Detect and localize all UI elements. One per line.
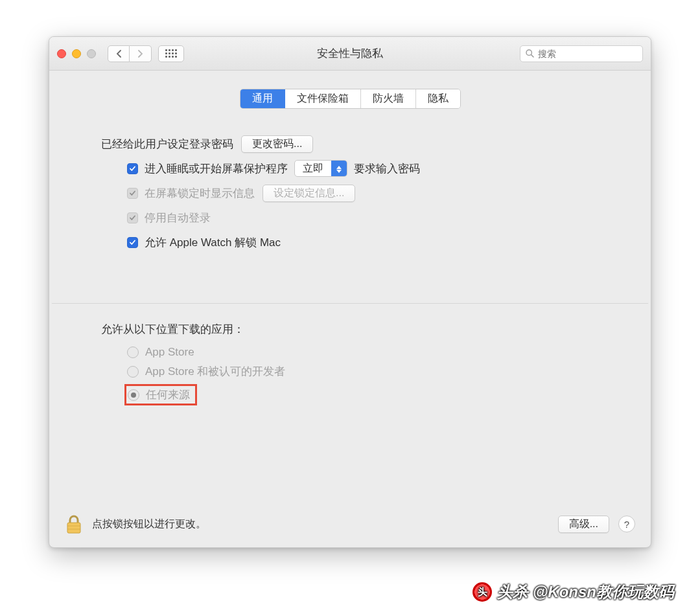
window-controls bbox=[57, 49, 96, 58]
change-password-button[interactable]: 更改密码... bbox=[241, 135, 313, 153]
login-password-label: 已经给此用户设定登录密码 bbox=[101, 137, 233, 152]
watermark-text: 头杀 @Konsn教你玩数码 bbox=[497, 582, 674, 602]
lock-icon[interactable] bbox=[65, 514, 83, 534]
search-input[interactable] bbox=[538, 49, 651, 59]
radio-appstore[interactable] bbox=[127, 347, 139, 358]
preferences-window: 安全性与隐私 通用 文件保险箱 防火墙 隐私 已经给此用户设定登录密码 更改密码… bbox=[49, 36, 651, 548]
advanced-button[interactable]: 高级... bbox=[558, 516, 609, 533]
svg-line-1 bbox=[531, 55, 534, 58]
show-lock-message-checkbox[interactable] bbox=[127, 188, 138, 199]
show-lock-message-label: 在屏幕锁定时显示信息 bbox=[145, 186, 255, 201]
chevron-right-icon bbox=[137, 50, 143, 58]
disable-autologin-checkbox[interactable] bbox=[127, 212, 138, 223]
nav-buttons bbox=[108, 45, 152, 62]
svg-rect-2 bbox=[67, 523, 80, 533]
forward-button[interactable] bbox=[130, 45, 152, 62]
radio-identified-label: App Store 和被认可的开发者 bbox=[145, 364, 285, 379]
search-icon bbox=[526, 49, 534, 58]
password-delay-value: 立即 bbox=[295, 161, 331, 176]
general-section: 已经给此用户设定登录密码 更改密码... 进入睡眠或开始屏幕保护程序 立即 要求… bbox=[49, 109, 651, 258]
checkmark-icon bbox=[129, 239, 136, 246]
radio-anywhere[interactable] bbox=[128, 389, 139, 401]
tab-filevault[interactable]: 文件保险箱 bbox=[285, 89, 361, 108]
disable-autologin-label: 停用自动登录 bbox=[145, 210, 211, 225]
radio-appstore-label: App Store bbox=[145, 346, 194, 359]
watermark-logo-icon: 头 bbox=[472, 582, 492, 602]
zoom-window-button[interactable] bbox=[87, 49, 96, 58]
tab-privacy[interactable]: 隐私 bbox=[416, 89, 460, 108]
password-delay-select[interactable]: 立即 bbox=[294, 160, 347, 177]
gatekeeper-heading: 允许从以下位置下载的应用： bbox=[101, 322, 599, 337]
tab-firewall[interactable]: 防火墙 bbox=[361, 89, 416, 108]
radio-anywhere-label: 任何来源 bbox=[146, 387, 190, 402]
allow-watch-checkbox[interactable] bbox=[127, 237, 138, 248]
lock-text: 点按锁按钮以进行更改。 bbox=[92, 517, 206, 531]
back-button[interactable] bbox=[108, 45, 130, 62]
grid-icon bbox=[165, 49, 177, 58]
content-area: 通用 文件保险箱 防火墙 隐私 已经给此用户设定登录密码 更改密码... 进入睡… bbox=[49, 71, 651, 547]
checkmark-icon bbox=[129, 165, 136, 172]
gatekeeper-section: 允许从以下位置下载的应用： App Store App Store 和被认可的开… bbox=[49, 304, 651, 411]
set-lock-message-button[interactable]: 设定锁定信息... bbox=[262, 185, 355, 202]
stepper-arrows-icon bbox=[331, 161, 347, 176]
checkmark-icon bbox=[129, 214, 136, 222]
help-button[interactable]: ? bbox=[618, 516, 635, 532]
titlebar: 安全性与隐私 bbox=[49, 37, 651, 71]
anywhere-highlight: 任何来源 bbox=[124, 384, 197, 405]
checkmark-icon bbox=[129, 190, 136, 197]
search-field[interactable] bbox=[520, 45, 643, 62]
allow-watch-label: 允许 Apple Watch 解锁 Mac bbox=[145, 235, 281, 250]
minimize-window-button[interactable] bbox=[72, 49, 81, 58]
chevron-left-icon bbox=[116, 50, 122, 58]
require-password-label-after: 要求输入密码 bbox=[354, 161, 420, 176]
tab-general[interactable]: 通用 bbox=[240, 89, 285, 108]
watermark: 头 头杀 @Konsn教你玩数码 bbox=[472, 582, 674, 602]
footer: 点按锁按钮以进行更改。 高级... ? bbox=[49, 503, 651, 547]
radio-identified-developers[interactable] bbox=[127, 366, 139, 378]
show-all-button[interactable] bbox=[158, 45, 184, 62]
require-password-checkbox[interactable] bbox=[127, 163, 138, 174]
require-password-label-before: 进入睡眠或开始屏幕保护程序 bbox=[145, 161, 288, 176]
tabs: 通用 文件保险箱 防火墙 隐私 bbox=[240, 89, 461, 109]
close-window-button[interactable] bbox=[57, 49, 66, 58]
